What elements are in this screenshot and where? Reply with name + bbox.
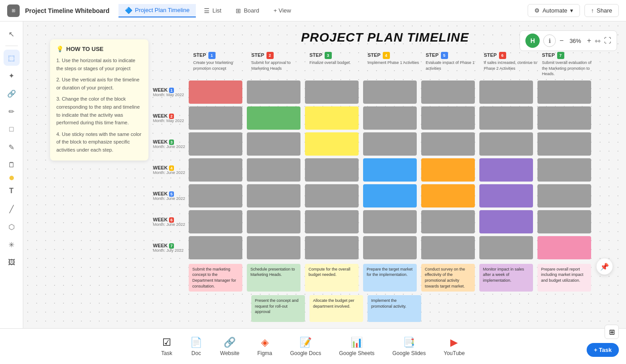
toolbar-link[interactable]: 🔗 xyxy=(4,85,20,102)
cell-2-2 xyxy=(247,106,300,130)
toolbar-pencil[interactable]: ✎ xyxy=(4,139,20,155)
toolbar-network[interactable]: ⬡ xyxy=(4,219,20,235)
left-toolbar: ↖ ⬚ ✦ 🔗 ✏ □ ✎ 🗒 T ╱ ⬡ ✳ 🖼 xyxy=(0,21,23,328)
cell-7-2 xyxy=(247,236,300,259)
bulb-icon: 💡 xyxy=(56,46,63,52)
tab-project-plan-timeline[interactable]: 🔷 Project Plan Timeline xyxy=(118,4,196,17)
steps-header: STEP 1 Create your Marketing promotion c… xyxy=(193,52,617,77)
bottom-doc[interactable]: 📄 Doc xyxy=(190,337,202,356)
week-7-cells xyxy=(189,236,591,259)
step-col-6: STEP 6 If sales increased, continue to P… xyxy=(484,52,537,77)
bottom-google-slides[interactable]: 📑 Google Slides xyxy=(393,337,426,356)
google-slides-icon: 📑 xyxy=(403,337,415,348)
tab-list[interactable]: ☰ List xyxy=(198,4,228,17)
toolbar-color-dot xyxy=(9,176,14,180)
add-task-button[interactable]: + Task xyxy=(587,343,619,357)
bottom-youtube[interactable]: ▶ YouTube xyxy=(444,337,465,356)
sticky-4: Prepare the target market for the implem… xyxy=(363,264,417,292)
cell-6-6 xyxy=(479,210,533,233)
weeks-grid: WEEK 1 Month: May 2022 xyxy=(153,80,617,259)
cell-1-4 xyxy=(363,80,417,104)
bottom-website[interactable]: 🔗 Website xyxy=(220,337,239,356)
topbar-actions: ⚙ Automate ▾ ↑ Share xyxy=(528,4,619,17)
stickies-row-2: Present the concept and request for roll… xyxy=(189,295,617,322)
cell-5-4 xyxy=(363,184,417,207)
cell-7-5 xyxy=(421,236,475,259)
cell-1-5 xyxy=(421,80,475,104)
toolbar-cursor[interactable]: ↖ xyxy=(4,26,20,42)
sticky-2-2: Allocate the budget per department invol… xyxy=(309,295,363,322)
stickies-row-1: Submit the marketing concept to the Depa… xyxy=(189,264,617,292)
toolbar-pen[interactable]: ✏ xyxy=(4,103,20,119)
cell-4-1 xyxy=(189,158,242,182)
tab-view[interactable]: + View xyxy=(267,4,297,17)
cell-6-2 xyxy=(247,210,300,233)
automate-button[interactable]: ⚙ Automate ▾ xyxy=(528,4,580,17)
cell-7-3 xyxy=(305,236,359,259)
website-icon: 🔗 xyxy=(224,337,236,348)
sticky-5: Conduct survey on the effectivity of the… xyxy=(421,264,475,292)
figma-icon: ◈ xyxy=(261,337,269,348)
how-to-title: 💡 HOW TO USE xyxy=(56,46,142,52)
sticky-2: Schedule presentation to Marketing Heads… xyxy=(247,264,300,292)
cell-6-1 xyxy=(189,210,242,233)
toolbar-sticky[interactable]: 🗒 xyxy=(4,157,20,173)
cell-1-3 xyxy=(305,80,359,104)
cell-1-2 xyxy=(247,80,300,104)
sticky-3: Compute for the overall budget needed. xyxy=(305,264,359,292)
week-5-cells xyxy=(189,184,591,207)
bottom-figma[interactable]: ◈ Figma xyxy=(257,337,272,356)
cell-4-3 xyxy=(305,158,359,182)
week-2-cells xyxy=(189,106,591,130)
cell-5-6 xyxy=(479,184,533,207)
share-icon: ↑ xyxy=(591,7,594,14)
cell-5-1 xyxy=(189,184,242,207)
toolbar-select[interactable]: ⬚ xyxy=(4,50,20,66)
cell-3-2 xyxy=(247,132,300,156)
sticky-2-3: Implement the promotional activity. xyxy=(368,295,421,322)
sticky-7: Prepare overall report including market … xyxy=(537,264,591,292)
tab-icon-timeline: 🔷 xyxy=(125,7,132,14)
week-6-cells xyxy=(189,210,591,233)
toolbar-sparkle[interactable]: ✦ xyxy=(4,68,20,84)
step-col-1: STEP 1 Create your Marketing promotion c… xyxy=(193,52,247,77)
tab-icon-board: ⊞ xyxy=(236,7,241,14)
cell-5-7 xyxy=(537,184,591,207)
topbar: ⊞ Project Timeline Whiteboard 🔷 Project … xyxy=(0,0,626,21)
cell-6-3 xyxy=(305,210,359,233)
step-col-7: STEP 7 Submit overall evaluation of the … xyxy=(542,52,596,77)
cell-5-2 xyxy=(247,184,300,207)
cell-3-1 xyxy=(189,132,242,156)
pin-button[interactable]: 📌 xyxy=(596,258,613,275)
week-1-cells xyxy=(189,80,591,104)
toolbar-separator-1 xyxy=(5,46,18,46)
task-icon: ☑ xyxy=(162,337,171,348)
how-to-body: 1. Use the horizontal axis to indicate t… xyxy=(56,57,142,154)
toolbar-shapes[interactable]: □ xyxy=(4,121,20,137)
youtube-icon: ▶ xyxy=(450,337,458,348)
grid-view-button[interactable]: ⊞ xyxy=(605,325,619,339)
toolbar-image[interactable]: 🖼 xyxy=(4,254,20,271)
bottom-bar: ☑ Task 📄 Doc 🔗 Website ◈ Figma 📝 Google … xyxy=(0,328,626,364)
cell-3-3 xyxy=(305,132,359,156)
doc-icon: 📄 xyxy=(190,337,202,348)
bottom-google-sheets[interactable]: 📊 Google Sheets xyxy=(339,337,374,356)
share-button[interactable]: ↑ Share xyxy=(584,4,619,17)
bottom-google-docs[interactable]: 📝 Google Docs xyxy=(290,337,321,356)
sticky-2-1: Present the concept and request for roll… xyxy=(251,295,305,322)
toolbar-text[interactable]: T xyxy=(4,183,20,199)
week-row-7: WEEK 7 Month: July 2022 xyxy=(153,236,617,259)
tab-bar: 🔷 Project Plan Timeline ☰ List ⊞ Board +… xyxy=(118,4,528,17)
sticky-1: Submit the marketing concept to the Depa… xyxy=(189,264,242,292)
cell-4-6 xyxy=(479,158,533,182)
google-sheets-icon: 📊 xyxy=(351,337,363,348)
timeline-title: PROJECT PLAN TIMELINE xyxy=(153,30,617,45)
chevron-down-icon: ▾ xyxy=(570,7,573,14)
step-col-2: STEP 2 Submit for approval to Marketing … xyxy=(251,52,305,77)
toolbar-stars[interactable]: ✳ xyxy=(4,237,20,253)
bottom-task[interactable]: ☑ Task xyxy=(161,337,173,356)
sticky-6: Monitor impact in sales after a week of … xyxy=(479,264,533,292)
cell-3-5 xyxy=(421,132,475,156)
tab-board[interactable]: ⊞ Board xyxy=(229,4,266,17)
toolbar-line[interactable]: ╱ xyxy=(4,201,20,217)
